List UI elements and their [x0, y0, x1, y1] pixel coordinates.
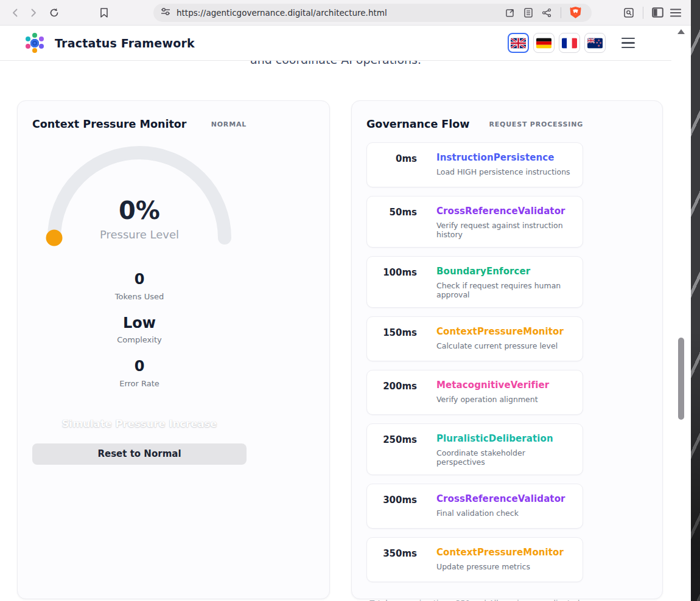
- flow-step-time: 200ms: [367, 380, 417, 406]
- browser-toolbar: https://agenticgovernance.digital/archit…: [0, 0, 691, 26]
- back-icon[interactable]: [6, 4, 24, 22]
- gauge-label: Pressure Level: [32, 228, 247, 241]
- toolbar-divider: [643, 7, 643, 19]
- flow-step-row: 200ms MetacognitiveVerifier Verify opera…: [366, 370, 583, 415]
- flag-france-button[interactable]: [559, 33, 580, 53]
- flow-step-time: 0ms: [367, 152, 417, 179]
- stat-value: Low: [32, 315, 247, 332]
- cards-row: Context Pressure Monitor NORMAL 0% Press…: [17, 100, 663, 599]
- flow-step-row: 350ms ContextPressureMonitor Update pres…: [366, 537, 583, 582]
- flag-uk-button[interactable]: [508, 33, 529, 53]
- reader-mode-icon[interactable]: [519, 4, 537, 22]
- flow-step-service: MetacognitiveVerifier: [436, 380, 549, 391]
- flow-step-description: Coordinate stakeholder perspectives: [436, 448, 574, 467]
- flow-card-title: Governance Flow: [366, 118, 470, 130]
- stat-label: Complexity: [32, 335, 247, 344]
- flow-step-time: 100ms: [367, 266, 417, 299]
- context-pressure-monitor-card: Context Pressure Monitor NORMAL 0% Press…: [17, 100, 330, 599]
- url-bar[interactable]: https://agenticgovernance.digital/archit…: [153, 4, 592, 22]
- hamburger-icon[interactable]: [621, 38, 635, 49]
- flow-step-description: Calculate current pressure level: [436, 341, 564, 350]
- flow-step-description: Final validation check: [436, 509, 565, 518]
- stat-value: 0: [32, 358, 247, 375]
- simulate-pressure-button[interactable]: Simulate Pressure Increase: [32, 418, 247, 429]
- stat-label: Error Rate: [32, 379, 247, 388]
- pressure-stats: 0 Tokens Used Low Complexity 0 Error Rat…: [32, 271, 247, 388]
- flag-new-zealand-button[interactable]: [584, 33, 606, 53]
- flow-step-row: 50ms CrossReferenceValidator Verify requ…: [366, 196, 583, 248]
- flow-step-description: Verify request against instruction histo…: [436, 221, 574, 239]
- flow-step-time: 150ms: [367, 326, 417, 353]
- scrollbar-thumb[interactable]: [678, 338, 684, 420]
- url-text[interactable]: https://agenticgovernance.digital/archit…: [177, 8, 501, 18]
- flow-step-time: 300ms: [367, 493, 417, 520]
- flow-step-service: CrossReferenceValidator: [436, 493, 565, 504]
- browser-menu-icon[interactable]: [667, 4, 685, 22]
- flow-step-description: Update pressure metrics: [436, 562, 564, 571]
- gauge-value: 0%: [32, 198, 247, 223]
- page-viewport: and coordinate AI operations. Tractatus …: [0, 26, 691, 601]
- reset-to-normal-button[interactable]: Reset to Normal: [32, 443, 247, 465]
- flow-footer-text: Total processing time: 350ms | All servi…: [366, 599, 583, 601]
- flow-step-row: 300ms CrossReferenceValidator Final vali…: [366, 484, 583, 529]
- flow-step-service: CrossReferenceValidator: [436, 206, 574, 217]
- stat-block: 0 Error Rate: [32, 358, 247, 388]
- site-header: Tractatus Framework: [0, 26, 671, 61]
- bookmark-icon[interactable]: [95, 4, 113, 22]
- flow-step-service: ContextPressureMonitor: [436, 547, 564, 558]
- tune-icon[interactable]: [161, 7, 170, 19]
- stat-label: Tokens Used: [32, 292, 247, 301]
- brave-shield-icon[interactable]: [566, 4, 584, 22]
- language-switcher: [508, 33, 606, 53]
- flow-step-service: ContextPressureMonitor: [436, 326, 564, 337]
- flow-step-description: Check if request requires human approval: [436, 281, 574, 299]
- pressure-status-badge: NORMAL: [211, 120, 247, 128]
- page-scrollbar[interactable]: [671, 26, 691, 601]
- flow-step-description: Verify operation alignment: [436, 395, 549, 404]
- forward-icon[interactable]: [24, 4, 43, 22]
- pressure-card-title: Context Pressure Monitor: [32, 118, 186, 130]
- flow-step-row: 150ms ContextPressureMonitor Calculate c…: [366, 316, 583, 361]
- reload-icon[interactable]: [45, 4, 63, 22]
- flow-step-description: Load HIGH persistence instructions: [436, 167, 570, 176]
- flow-status-badge: REQUEST PROCESSING: [489, 120, 583, 128]
- flow-step-time: 250ms: [367, 433, 417, 467]
- stat-block: 0 Tokens Used: [32, 271, 247, 301]
- flow-step-service: BoundaryEnforcer: [436, 266, 574, 277]
- scroll-up-icon[interactable]: [677, 29, 685, 34]
- flow-step-service: PluralisticDeliberation: [436, 433, 574, 444]
- flag-germany-button[interactable]: [533, 33, 555, 53]
- governance-flow-card: Governance Flow REQUEST PROCESSING 0ms I…: [351, 100, 663, 599]
- flow-step-time: 50ms: [367, 206, 417, 239]
- flow-step-list: 0ms InstructionPersistence Load HIGH per…: [366, 142, 583, 582]
- desktop-wallpaper: [691, 0, 700, 601]
- stat-block: Low Complexity: [32, 315, 247, 345]
- stat-value: 0: [32, 271, 247, 288]
- pressure-gauge: 0% Pressure Level: [32, 139, 247, 254]
- flow-step-service: InstructionPersistence: [436, 152, 570, 163]
- sidebar-toggle-icon[interactable]: [648, 4, 667, 22]
- flow-step-row: 250ms PluralisticDeliberation Coordinate…: [366, 423, 583, 475]
- flow-step-row: 0ms InstructionPersistence Load HIGH per…: [366, 142, 583, 187]
- search-tabs-icon[interactable]: [620, 4, 638, 22]
- dot-cluster-logo: [24, 33, 45, 54]
- share-icon[interactable]: [537, 4, 556, 22]
- urlbar-divider: [561, 7, 561, 18]
- site-title: Tractatus Framework: [55, 36, 195, 50]
- open-in-new-icon[interactable]: [501, 4, 519, 22]
- flow-step-row: 100ms BoundaryEnforcer Check if request …: [366, 256, 583, 308]
- flow-step-time: 350ms: [367, 547, 417, 574]
